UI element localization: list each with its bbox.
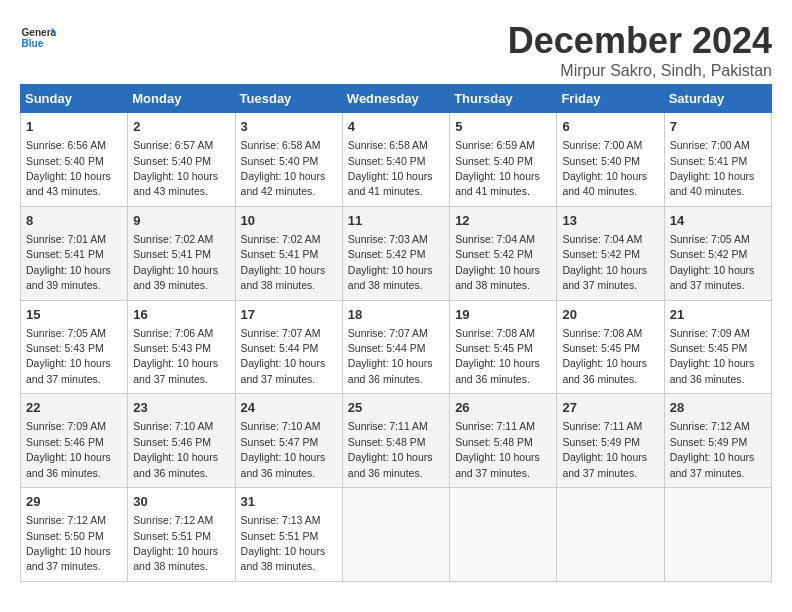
day-info: Sunrise: 7:02 AMSunset: 5:41 PMDaylight:… <box>133 233 218 291</box>
day-number: 15 <box>26 306 122 324</box>
day-cell-25: 25Sunrise: 7:11 AMSunset: 5:48 PMDayligh… <box>342 394 449 488</box>
day-cell-28: 28Sunrise: 7:12 AMSunset: 5:49 PMDayligh… <box>664 394 771 488</box>
day-number: 26 <box>455 399 551 417</box>
week-row-3: 15Sunrise: 7:05 AMSunset: 5:43 PMDayligh… <box>21 300 772 394</box>
day-cell-10: 10Sunrise: 7:02 AMSunset: 5:41 PMDayligh… <box>235 206 342 300</box>
day-number: 25 <box>348 399 444 417</box>
day-number: 11 <box>348 212 444 230</box>
empty-cell <box>450 488 557 582</box>
calendar-table: SundayMondayTuesdayWednesdayThursdayFrid… <box>20 84 772 582</box>
main-title: December 2024 <box>508 20 772 62</box>
day-number: 31 <box>241 493 337 511</box>
day-cell-4: 4Sunrise: 6:58 AMSunset: 5:40 PMDaylight… <box>342 113 449 207</box>
day-number: 12 <box>455 212 551 230</box>
day-number: 28 <box>670 399 766 417</box>
day-cell-20: 20Sunrise: 7:08 AMSunset: 5:45 PMDayligh… <box>557 300 664 394</box>
empty-cell <box>664 488 771 582</box>
day-cell-13: 13Sunrise: 7:04 AMSunset: 5:42 PMDayligh… <box>557 206 664 300</box>
day-info: Sunrise: 7:04 AMSunset: 5:42 PMDaylight:… <box>562 233 647 291</box>
header-sunday: Sunday <box>21 85 128 113</box>
week-row-1: 1Sunrise: 6:56 AMSunset: 5:40 PMDaylight… <box>21 113 772 207</box>
day-cell-18: 18Sunrise: 7:07 AMSunset: 5:44 PMDayligh… <box>342 300 449 394</box>
day-number: 1 <box>26 118 122 136</box>
day-number: 27 <box>562 399 658 417</box>
day-info: Sunrise: 7:03 AMSunset: 5:42 PMDaylight:… <box>348 233 433 291</box>
day-cell-11: 11Sunrise: 7:03 AMSunset: 5:42 PMDayligh… <box>342 206 449 300</box>
day-number: 3 <box>241 118 337 136</box>
empty-cell <box>557 488 664 582</box>
day-info: Sunrise: 7:08 AMSunset: 5:45 PMDaylight:… <box>455 327 540 385</box>
week-row-2: 8Sunrise: 7:01 AMSunset: 5:41 PMDaylight… <box>21 206 772 300</box>
day-number: 6 <box>562 118 658 136</box>
day-cell-9: 9Sunrise: 7:02 AMSunset: 5:41 PMDaylight… <box>128 206 235 300</box>
day-info: Sunrise: 7:10 AMSunset: 5:47 PMDaylight:… <box>241 420 326 478</box>
day-info: Sunrise: 7:00 AMSunset: 5:40 PMDaylight:… <box>562 139 647 197</box>
day-number: 29 <box>26 493 122 511</box>
day-cell-6: 6Sunrise: 7:00 AMSunset: 5:40 PMDaylight… <box>557 113 664 207</box>
day-number: 30 <box>133 493 229 511</box>
week-row-5: 29Sunrise: 7:12 AMSunset: 5:50 PMDayligh… <box>21 488 772 582</box>
day-cell-19: 19Sunrise: 7:08 AMSunset: 5:45 PMDayligh… <box>450 300 557 394</box>
day-number: 24 <box>241 399 337 417</box>
page-header: General Blue December 2024 Mirpur Sakro,… <box>20 20 772 80</box>
day-info: Sunrise: 7:13 AMSunset: 5:51 PMDaylight:… <box>241 514 326 572</box>
day-cell-14: 14Sunrise: 7:05 AMSunset: 5:42 PMDayligh… <box>664 206 771 300</box>
day-cell-27: 27Sunrise: 7:11 AMSunset: 5:49 PMDayligh… <box>557 394 664 488</box>
day-cell-31: 31Sunrise: 7:13 AMSunset: 5:51 PMDayligh… <box>235 488 342 582</box>
header-thursday: Thursday <box>450 85 557 113</box>
subtitle: Mirpur Sakro, Sindh, Pakistan <box>508 62 772 80</box>
day-cell-17: 17Sunrise: 7:07 AMSunset: 5:44 PMDayligh… <box>235 300 342 394</box>
svg-text:General: General <box>21 27 56 38</box>
day-cell-16: 16Sunrise: 7:06 AMSunset: 5:43 PMDayligh… <box>128 300 235 394</box>
day-cell-15: 15Sunrise: 7:05 AMSunset: 5:43 PMDayligh… <box>21 300 128 394</box>
header-monday: Monday <box>128 85 235 113</box>
week-row-4: 22Sunrise: 7:09 AMSunset: 5:46 PMDayligh… <box>21 394 772 488</box>
empty-cell <box>342 488 449 582</box>
header-tuesday: Tuesday <box>235 85 342 113</box>
day-info: Sunrise: 7:12 AMSunset: 5:51 PMDaylight:… <box>133 514 218 572</box>
day-number: 10 <box>241 212 337 230</box>
day-number: 22 <box>26 399 122 417</box>
day-cell-23: 23Sunrise: 7:10 AMSunset: 5:46 PMDayligh… <box>128 394 235 488</box>
day-number: 18 <box>348 306 444 324</box>
day-info: Sunrise: 6:59 AMSunset: 5:40 PMDaylight:… <box>455 139 540 197</box>
day-cell-12: 12Sunrise: 7:04 AMSunset: 5:42 PMDayligh… <box>450 206 557 300</box>
day-info: Sunrise: 7:06 AMSunset: 5:43 PMDaylight:… <box>133 327 218 385</box>
day-info: Sunrise: 6:58 AMSunset: 5:40 PMDaylight:… <box>241 139 326 197</box>
day-info: Sunrise: 7:07 AMSunset: 5:44 PMDaylight:… <box>241 327 326 385</box>
day-cell-30: 30Sunrise: 7:12 AMSunset: 5:51 PMDayligh… <box>128 488 235 582</box>
day-info: Sunrise: 7:02 AMSunset: 5:41 PMDaylight:… <box>241 233 326 291</box>
logo-icon: General Blue <box>20 20 56 56</box>
day-cell-26: 26Sunrise: 7:11 AMSunset: 5:48 PMDayligh… <box>450 394 557 488</box>
header-row: SundayMondayTuesdayWednesdayThursdayFrid… <box>21 85 772 113</box>
day-info: Sunrise: 7:10 AMSunset: 5:46 PMDaylight:… <box>133 420 218 478</box>
day-info: Sunrise: 7:09 AMSunset: 5:45 PMDaylight:… <box>670 327 755 385</box>
day-info: Sunrise: 7:07 AMSunset: 5:44 PMDaylight:… <box>348 327 433 385</box>
day-info: Sunrise: 7:12 AMSunset: 5:49 PMDaylight:… <box>670 420 755 478</box>
day-cell-7: 7Sunrise: 7:00 AMSunset: 5:41 PMDaylight… <box>664 113 771 207</box>
day-info: Sunrise: 7:01 AMSunset: 5:41 PMDaylight:… <box>26 233 111 291</box>
day-info: Sunrise: 7:11 AMSunset: 5:49 PMDaylight:… <box>562 420 647 478</box>
day-cell-24: 24Sunrise: 7:10 AMSunset: 5:47 PMDayligh… <box>235 394 342 488</box>
day-number: 4 <box>348 118 444 136</box>
day-number: 19 <box>455 306 551 324</box>
day-info: Sunrise: 7:09 AMSunset: 5:46 PMDaylight:… <box>26 420 111 478</box>
header-saturday: Saturday <box>664 85 771 113</box>
day-number: 14 <box>670 212 766 230</box>
day-cell-29: 29Sunrise: 7:12 AMSunset: 5:50 PMDayligh… <box>21 488 128 582</box>
day-number: 5 <box>455 118 551 136</box>
day-number: 9 <box>133 212 229 230</box>
day-number: 23 <box>133 399 229 417</box>
day-cell-8: 8Sunrise: 7:01 AMSunset: 5:41 PMDaylight… <box>21 206 128 300</box>
day-info: Sunrise: 7:11 AMSunset: 5:48 PMDaylight:… <box>348 420 433 478</box>
title-block: December 2024 Mirpur Sakro, Sindh, Pakis… <box>508 20 772 80</box>
day-info: Sunrise: 7:08 AMSunset: 5:45 PMDaylight:… <box>562 327 647 385</box>
day-cell-3: 3Sunrise: 6:58 AMSunset: 5:40 PMDaylight… <box>235 113 342 207</box>
day-cell-5: 5Sunrise: 6:59 AMSunset: 5:40 PMDaylight… <box>450 113 557 207</box>
day-number: 13 <box>562 212 658 230</box>
day-info: Sunrise: 7:05 AMSunset: 5:42 PMDaylight:… <box>670 233 755 291</box>
day-info: Sunrise: 7:00 AMSunset: 5:41 PMDaylight:… <box>670 139 755 197</box>
day-number: 8 <box>26 212 122 230</box>
day-info: Sunrise: 6:57 AMSunset: 5:40 PMDaylight:… <box>133 139 218 197</box>
day-number: 17 <box>241 306 337 324</box>
